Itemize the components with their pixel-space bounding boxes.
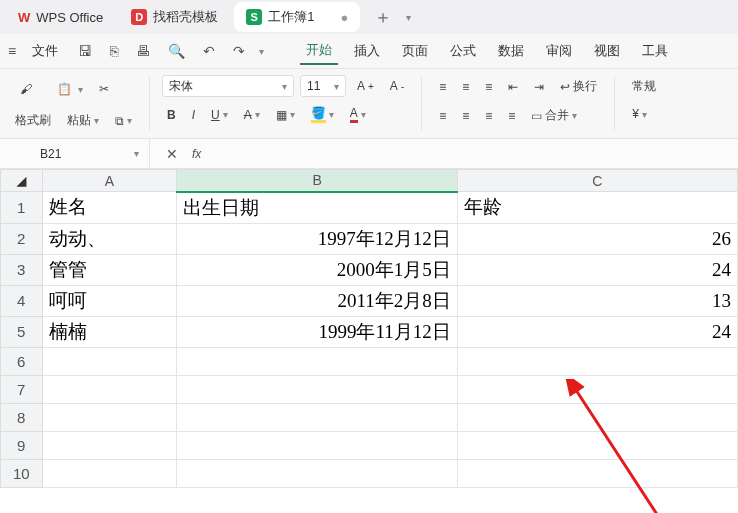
select-all-corner[interactable]: ◢ [1,170,43,192]
name-box[interactable]: B21 ▾ [0,139,150,168]
redo-icon[interactable]: ↷ [229,39,249,63]
tab-insert[interactable]: 插入 [348,38,386,64]
col-header-A[interactable]: A [42,170,177,192]
tab-formula[interactable]: 公式 [444,38,482,64]
format-painter-button[interactable]: 🖌 [10,75,42,103]
align-center-button[interactable]: ≡ [457,106,474,126]
cell[interactable] [42,431,177,459]
row-header[interactable]: 3 [1,254,43,285]
cell[interactable]: 动动、 [42,223,177,254]
row-header[interactable]: 7 [1,375,43,403]
cell[interactable] [457,459,737,487]
cell[interactable] [177,459,457,487]
merge-button[interactable]: ▭合并▾ [526,104,582,127]
underline-button[interactable]: U▾ [206,105,233,125]
col-header-C[interactable]: C [457,170,737,192]
copy-button[interactable]: ⧉▾ [110,111,137,131]
row-header[interactable]: 9 [1,431,43,459]
fill-color-button[interactable]: 🪣▾ [306,103,339,126]
cell[interactable] [177,347,457,375]
cell[interactable]: 13 [457,285,737,316]
tab-start[interactable]: 开始 [300,37,338,65]
file-menu[interactable]: 文件 [26,38,64,64]
cell[interactable]: 24 [457,254,737,285]
cell[interactable]: 1999年11月12日 [177,316,457,347]
format-painter-label[interactable]: 格式刷 [10,109,56,132]
row-header[interactable]: 5 [1,316,43,347]
font-color-button[interactable]: A▾ [345,103,371,126]
font-size-select[interactable]: 11▾ [300,75,346,97]
tab-tools[interactable]: 工具 [636,38,674,64]
wrap-button[interactable]: ↩换行 [555,75,602,98]
cell[interactable] [177,403,457,431]
cell[interactable] [42,375,177,403]
row-header[interactable]: 8 [1,403,43,431]
tab-menu-dropdown[interactable]: ▾ [406,12,411,23]
indent-inc-button[interactable]: ⇥ [529,77,549,97]
cell[interactable]: 24 [457,316,737,347]
cell[interactable]: 26 [457,223,737,254]
cell[interactable] [457,347,737,375]
align-left-button[interactable]: ≡ [434,106,451,126]
qat-dropdown[interactable]: ▾ [259,46,264,57]
cell[interactable] [177,431,457,459]
cell[interactable]: 呵呵 [42,285,177,316]
cell[interactable] [42,459,177,487]
new-tab-button[interactable]: ＋ [364,5,402,29]
undo-icon[interactable]: ↶ [199,39,219,63]
cell[interactable]: 2000年1月5日 [177,254,457,285]
tab-data[interactable]: 数据 [492,38,530,64]
cell[interactable]: 2011年2月8日 [177,285,457,316]
cell[interactable]: 姓名 [42,192,177,224]
cell[interactable] [177,375,457,403]
cell[interactable] [457,375,737,403]
align-right-button[interactable]: ≡ [480,106,497,126]
tab-wps-office[interactable]: W WPS Office [6,4,115,31]
increase-font-button[interactable]: A+ [352,76,379,96]
cell[interactable] [457,403,737,431]
currency-button[interactable]: ¥▾ [627,104,652,124]
row-header[interactable]: 2 [1,223,43,254]
align-bot-button[interactable]: ≡ [480,77,497,97]
tab-view[interactable]: 视图 [588,38,626,64]
fx-label[interactable]: fx [192,147,201,161]
cell[interactable]: 年龄 [457,192,737,224]
font-family-select[interactable]: 宋体▾ [162,75,294,97]
number-format-select[interactable]: 常规 [627,75,661,98]
col-header-B[interactable]: B [177,170,457,192]
cell[interactable] [457,431,737,459]
align-mid-button[interactable]: ≡ [457,77,474,97]
cut-button[interactable]: ✂ [94,79,114,99]
cell[interactable]: 楠楠 [42,316,177,347]
cell[interactable]: 1997年12月12日 [177,223,457,254]
row-header[interactable]: 1 [1,192,43,224]
cancel-icon[interactable]: ✕ [162,142,182,166]
row-header[interactable]: 10 [1,459,43,487]
cell[interactable]: 管管 [42,254,177,285]
cell[interactable]: 出生日期 [177,192,457,224]
menu-icon[interactable]: ≡ [8,43,16,59]
row-header[interactable]: 4 [1,285,43,316]
spreadsheet-grid[interactable]: ◢ A B C 1 姓名 出生日期 年龄 2 动动、 1997年12月12日 2… [0,169,738,488]
tab-workbook[interactable]: S 工作簿1 ● [234,2,360,32]
tab-page[interactable]: 页面 [396,38,434,64]
row-header[interactable]: 6 [1,347,43,375]
paste-button[interactable]: 📋▾ [48,75,88,103]
italic-button[interactable]: I [187,105,200,125]
justify-button[interactable]: ≡ [503,106,520,126]
tab-templates[interactable]: D 找稻壳模板 [119,2,230,32]
export-icon[interactable]: ⎘ [106,39,122,63]
cell[interactable] [42,403,177,431]
decrease-font-button[interactable]: A- [385,76,409,96]
tab-review[interactable]: 审阅 [540,38,578,64]
strike-button[interactable]: A▾ [239,105,265,125]
paste-label[interactable]: 粘贴▾ [62,109,104,132]
cell[interactable] [42,347,177,375]
bold-button[interactable]: B [162,105,181,125]
save-icon[interactable]: 🖫 [74,39,96,63]
indent-dec-button[interactable]: ⇤ [503,77,523,97]
preview-icon[interactable]: 🔍 [164,39,189,63]
align-top-button[interactable]: ≡ [434,77,451,97]
border-button[interactable]: ▦▾ [271,105,300,125]
print-icon[interactable]: 🖶 [132,39,154,63]
